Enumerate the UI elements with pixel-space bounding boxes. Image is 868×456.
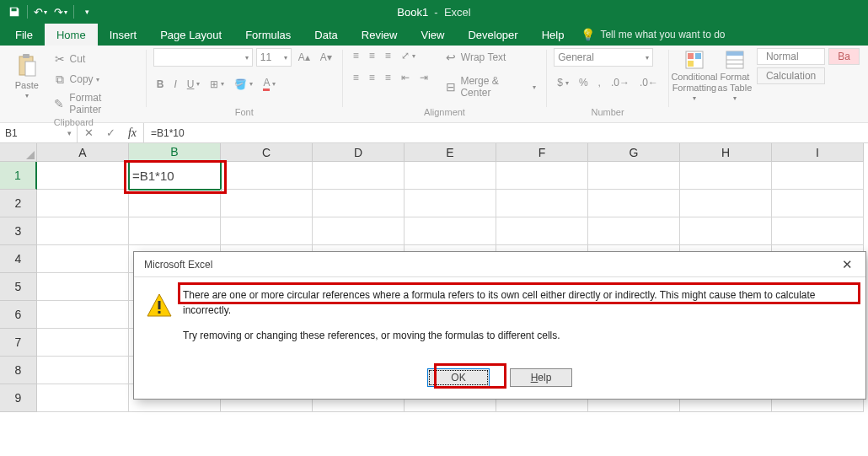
- currency-icon[interactable]: $▾: [554, 75, 572, 90]
- tab-file[interactable]: File: [3, 24, 45, 46]
- close-icon[interactable]: ✕: [835, 255, 859, 274]
- ok-button[interactable]: OK: [427, 368, 490, 387]
- align-left-icon[interactable]: ≡: [350, 70, 362, 85]
- row-header-7[interactable]: 7: [0, 329, 37, 357]
- col-header-d[interactable]: D: [313, 143, 405, 162]
- col-header-e[interactable]: E: [405, 143, 496, 162]
- cell[interactable]: [37, 357, 129, 384]
- cell[interactable]: [37, 273, 129, 301]
- select-all-corner[interactable]: [0, 143, 37, 162]
- col-header-g[interactable]: G: [588, 143, 680, 162]
- tab-view[interactable]: View: [409, 24, 456, 46]
- tab-help[interactable]: Help: [530, 24, 576, 46]
- col-header-f[interactable]: F: [496, 143, 588, 162]
- cell[interactable]: [313, 190, 405, 217]
- font-color-button[interactable]: A▾: [260, 75, 279, 93]
- row-header-2[interactable]: 2: [0, 190, 37, 217]
- increase-decimal-icon[interactable]: .0→: [608, 75, 633, 90]
- align-top-icon[interactable]: ≡: [350, 48, 362, 63]
- cell-d1[interactable]: [313, 162, 405, 190]
- cell[interactable]: [313, 217, 405, 245]
- tab-page-layout[interactable]: Page Layout: [148, 24, 233, 46]
- format-painter-button[interactable]: ✎Format Painter: [49, 90, 139, 117]
- cell-b1[interactable]: =B1*10: [129, 162, 221, 190]
- bold-button[interactable]: B: [153, 77, 168, 92]
- row-header-1[interactable]: 1: [0, 162, 37, 190]
- row-header-8[interactable]: 8: [0, 357, 37, 384]
- wrap-text-button[interactable]: ↩Wrap Text: [440, 48, 539, 67]
- tab-formulas[interactable]: Formulas: [233, 24, 303, 46]
- cell[interactable]: [37, 217, 129, 245]
- tab-review[interactable]: Review: [350, 24, 410, 46]
- insert-function-icon[interactable]: fx: [121, 126, 143, 140]
- col-header-h[interactable]: H: [680, 143, 772, 162]
- help-button[interactable]: Help: [510, 368, 572, 387]
- font-name-combo[interactable]: ▾: [153, 48, 253, 67]
- save-icon[interactable]: [5, 3, 24, 21]
- cell-i1[interactable]: [772, 162, 864, 190]
- cell-c1[interactable]: [221, 162, 313, 190]
- cell-h1[interactable]: [680, 162, 772, 190]
- formula-input[interactable]: =B1*10: [144, 123, 868, 142]
- col-header-i[interactable]: I: [772, 143, 864, 162]
- increase-indent-icon[interactable]: ⇥: [416, 70, 431, 85]
- italic-button[interactable]: I: [170, 77, 179, 92]
- conditional-formatting-button[interactable]: Conditional Formatting▾: [676, 48, 713, 104]
- orientation-icon[interactable]: ⤢▾: [398, 48, 419, 63]
- paste-button[interactable]: Paste ▾: [8, 48, 46, 104]
- cell[interactable]: [772, 217, 864, 245]
- style-calculation[interactable]: Calculation: [757, 67, 825, 84]
- cell[interactable]: [37, 329, 129, 357]
- cell[interactable]: [221, 217, 313, 245]
- merge-center-button[interactable]: ⊟Merge & Center ▾: [440, 73, 539, 100]
- col-header-c[interactable]: C: [221, 143, 313, 162]
- cell[interactable]: [772, 190, 864, 217]
- cell[interactable]: [496, 217, 588, 245]
- cell[interactable]: [37, 384, 129, 412]
- align-center-icon[interactable]: ≡: [366, 70, 378, 85]
- row-header-3[interactable]: 3: [0, 217, 37, 245]
- redo-icon[interactable]: ↷▾: [51, 3, 70, 21]
- tell-me-search[interactable]: 💡 Tell me what you want to do: [581, 24, 725, 46]
- cell[interactable]: [405, 217, 496, 245]
- cell[interactable]: [37, 245, 129, 273]
- cell[interactable]: [405, 190, 496, 217]
- style-normal[interactable]: Normal: [757, 48, 825, 65]
- cell[interactable]: [680, 217, 772, 245]
- row-header-4[interactable]: 4: [0, 245, 37, 273]
- cell[interactable]: [588, 217, 680, 245]
- cell[interactable]: [588, 190, 680, 217]
- fill-color-button[interactable]: 🪣▾: [231, 77, 256, 92]
- underline-button[interactable]: U▾: [184, 77, 204, 92]
- cell[interactable]: [129, 190, 221, 217]
- cut-button[interactable]: ✂Cut: [49, 50, 139, 68]
- font-size-combo[interactable]: 11▾: [256, 48, 292, 67]
- format-as-table-button[interactable]: Format as Table▾: [716, 48, 753, 104]
- cell[interactable]: [37, 190, 129, 217]
- number-format-combo[interactable]: General▾: [554, 48, 653, 67]
- increase-font-icon[interactable]: A▴: [295, 50, 313, 65]
- row-header-5[interactable]: 5: [0, 273, 37, 301]
- align-right-icon[interactable]: ≡: [382, 70, 394, 85]
- col-header-a[interactable]: A: [37, 143, 129, 162]
- undo-icon[interactable]: ↶▾: [31, 3, 50, 21]
- cell-g1[interactable]: [588, 162, 680, 190]
- col-header-b[interactable]: B: [129, 143, 221, 162]
- row-header-6[interactable]: 6: [0, 301, 37, 329]
- cell[interactable]: [680, 190, 772, 217]
- align-bottom-icon[interactable]: ≡: [382, 48, 394, 63]
- cell-e1[interactable]: [405, 162, 496, 190]
- copy-button[interactable]: ⧉Copy ▾: [49, 70, 139, 89]
- cell[interactable]: [129, 217, 221, 245]
- enter-formula-icon[interactable]: ✓: [99, 126, 121, 139]
- decrease-indent-icon[interactable]: ⇤: [398, 70, 413, 85]
- cell-a1[interactable]: [37, 162, 129, 190]
- row-header-9[interactable]: 9: [0, 384, 37, 412]
- tab-developer[interactable]: Developer: [456, 24, 529, 46]
- style-bad[interactable]: Ba: [828, 48, 860, 65]
- decrease-decimal-icon[interactable]: .0←: [636, 75, 662, 90]
- tab-insert[interactable]: Insert: [98, 24, 149, 46]
- cell-f1[interactable]: [496, 162, 588, 190]
- border-button[interactable]: ⊞▾: [206, 77, 228, 92]
- comma-icon[interactable]: ,: [595, 75, 604, 90]
